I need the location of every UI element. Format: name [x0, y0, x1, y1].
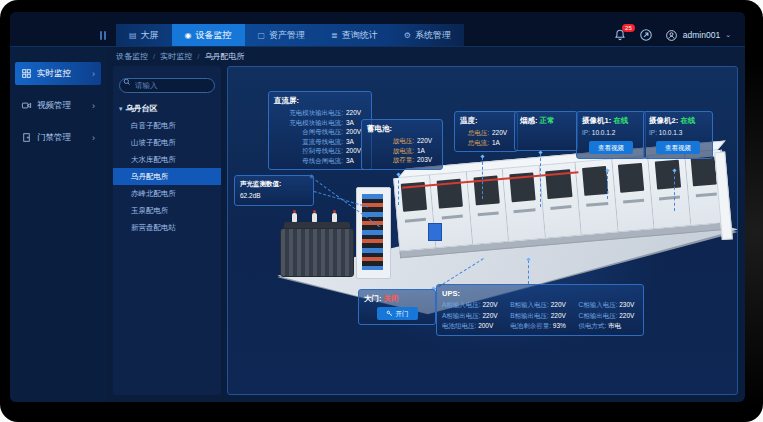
tab-label: 查询统计: [342, 29, 378, 42]
nav-left-zone: [10, 24, 116, 46]
metric-label: 直流母线电流:: [302, 137, 343, 147]
sidebar: 实时监控 › 视频管理 › 门禁管理 ›: [10, 47, 106, 402]
metric-label: 电池组电压:: [442, 322, 476, 329]
sidebar-item-realtime-monitoring[interactable]: 实时监控 ›: [15, 62, 101, 85]
door-status: 关闭: [384, 294, 399, 303]
sound-title: 声光监测数值:: [240, 180, 308, 189]
metric-value: 220V: [346, 108, 366, 118]
metric-label: A相输入电压:: [442, 301, 481, 308]
breadcrumb-separator: /: [197, 52, 199, 61]
rack-modules: [362, 194, 383, 270]
breadcrumb-item-current: 乌丹配电所: [204, 51, 244, 62]
sidebar-item-label: 实时监控: [37, 68, 71, 80]
view-video-button[interactable]: 查看视频: [656, 141, 700, 154]
breadcrumb-separator: /: [153, 52, 155, 61]
open-door-button[interactable]: 开门: [377, 307, 418, 320]
sidebar-item-label: 视频管理: [37, 100, 71, 112]
smoke-title: 烟感:: [520, 116, 538, 125]
app-window: ▤ 大屏 ◉ 设备监控 ▢ 资产管理 ≣ 查询统计 ⚙ 系统管理: [10, 12, 745, 402]
search-input[interactable]: [119, 78, 215, 93]
battery-card: 蓄电池: 放电压:220V 放电流:1A 放存量:203V: [361, 119, 443, 170]
collapse-handle-icon[interactable]: [100, 31, 102, 40]
metric-value: 220V: [482, 301, 497, 308]
tab-device-monitoring[interactable]: ◉ 设备监控: [172, 24, 245, 46]
ip-label: IP:: [649, 129, 657, 136]
dc-panel-title: 直流屏:: [274, 96, 366, 106]
wall-device-box: [428, 223, 442, 241]
metric-label: 电池剩余容量:: [510, 322, 551, 329]
tree-search: [119, 74, 215, 93]
metric-label: 供电方式:: [578, 322, 606, 329]
tab-asset-management[interactable]: ▢ 资产管理: [245, 24, 319, 46]
window-bezel: ▤ 大屏 ◉ 设备监控 ▢ 资产管理 ≣ 查询统计 ⚙ 系统管理: [0, 0, 763, 422]
camera1-card: 摄像机1: 在线 IP: 10.0.1.2 查看视频: [576, 111, 646, 159]
caret-down-icon: ▾: [119, 105, 123, 112]
temperature-title: 温度:: [460, 116, 512, 126]
camera2-title: 摄像机2:: [649, 116, 678, 125]
metric-value: 93%: [553, 322, 566, 329]
sound-value: 62.2dB: [240, 191, 261, 201]
transformer-body: [280, 228, 354, 277]
fullscreen-button[interactable]: [639, 28, 653, 42]
camera1-title: 摄像机1:: [582, 116, 611, 125]
camera2-ip: 10.0.1.3: [659, 129, 683, 136]
metric-value: 1A: [417, 146, 437, 156]
top-nav: ▤ 大屏 ◉ 设备监控 ▢ 资产管理 ≣ 查询统计 ⚙ 系统管理: [10, 24, 745, 47]
metric-label: C相输出电压:: [578, 312, 617, 319]
collapse-handle-icon[interactable]: [104, 31, 106, 40]
tree-root-node[interactable]: ▾乌丹台区: [119, 103, 215, 114]
tree-item[interactable]: 新营盘配电站: [119, 219, 215, 236]
asset-icon: ▢: [258, 31, 266, 40]
breadcrumb-item[interactable]: 实时监控: [160, 51, 192, 62]
tree-item-selected[interactable]: 乌丹配电所: [113, 168, 221, 185]
tab-query-statistics[interactable]: ≣ 查询统计: [318, 24, 391, 46]
search-icon: [123, 78, 131, 86]
metric-label: 放存量:: [393, 155, 414, 165]
metric-label: B相输出电压:: [510, 312, 549, 319]
metric-value: 203V: [417, 155, 437, 165]
metric-label: 总电流:: [468, 138, 489, 148]
view-video-button[interactable]: 查看视频: [589, 141, 633, 154]
chevron-right-icon: ›: [92, 133, 95, 143]
username-label: admin001: [683, 30, 720, 40]
tree-root-label: 乌丹台区: [126, 104, 158, 113]
user-menu[interactable]: admin001 ⌄: [665, 29, 731, 42]
metric-value: 市电: [608, 322, 621, 329]
notifications-button[interactable]: 25: [613, 28, 627, 42]
nav-right-zone: 25 admin001 ⌄: [613, 24, 745, 46]
tree-item[interactable]: 赤峰北配电所: [119, 185, 215, 202]
tab-system-management[interactable]: ⚙ 系统管理: [391, 24, 464, 46]
tree-item[interactable]: 白音子配电所: [119, 117, 215, 134]
metric-label: 合闸母线电压:: [302, 127, 343, 137]
camera2-card: 摄像机2: 在线 IP: 10.0.1.3 查看视频: [643, 111, 713, 159]
breadcrumb-item[interactable]: 设备监控: [116, 51, 148, 62]
nav-tabs: ▤ 大屏 ◉ 设备监控 ▢ 资产管理 ≣ 查询统计 ⚙ 系统管理: [116, 24, 464, 46]
monitor-icon: ◉: [185, 31, 192, 40]
nav-spacer: [464, 24, 613, 46]
tree-item[interactable]: 山坡子配电所: [119, 134, 215, 151]
camera1-ip: 10.0.1.2: [592, 129, 616, 136]
notification-badge: 25: [622, 24, 635, 32]
metric-label: B相输入电压:: [510, 301, 549, 308]
tree-item[interactable]: 大水库配电所: [119, 151, 215, 168]
metric-label: 母线合闸电流:: [302, 156, 343, 166]
video-camera-icon: [21, 100, 32, 111]
metric-value: 230V: [619, 301, 634, 308]
fullscreen-icon: [639, 28, 653, 42]
tab-dashboard[interactable]: ▤ 大屏: [116, 24, 172, 46]
metric-value: 220V: [482, 312, 497, 319]
sidebar-item-video-management[interactable]: 视频管理 ›: [15, 94, 101, 117]
metric-value: 220V: [619, 312, 634, 319]
ip-label: IP:: [582, 129, 590, 136]
metric-value: 220V: [492, 128, 512, 138]
tree-item[interactable]: 玉泉配电所: [119, 202, 215, 219]
ups-title: UPS:: [442, 289, 638, 298]
metric-label: 控制母线电压:: [302, 146, 343, 156]
key-icon: [386, 310, 393, 317]
station-tree-panel: ▾乌丹台区 白音子配电所 山坡子配电所 大水库配电所 乌丹配电所 赤峰北配电所 …: [113, 66, 221, 395]
metric-label: 放电压:: [393, 136, 414, 146]
transformer-illustration: [280, 219, 354, 277]
sidebar-item-access-control[interactable]: 门禁管理 ›: [15, 126, 101, 149]
dc-panel-card: 直流屏: 充电模块输出电压:220V 充电模块输出电流:3A 合闸母线电压:20…: [268, 91, 372, 170]
dashboard-icon: ▤: [129, 31, 137, 40]
